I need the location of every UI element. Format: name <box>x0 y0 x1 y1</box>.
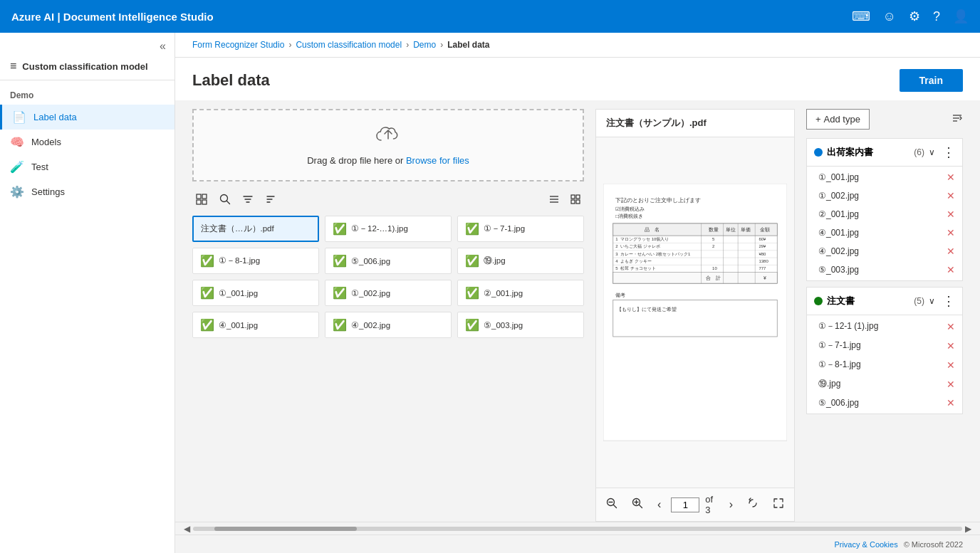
drag-drop-text: Drag & drop file here or <box>307 155 406 166</box>
category-header-shipping[interactable]: 出荷案内書 (6) ∨ ⋮ <box>807 139 962 167</box>
file-name: ④_002.jpg <box>351 320 390 330</box>
file-item[interactable]: ✅ ⑲.jpg <box>457 248 584 274</box>
user-icon[interactable]: 👤 <box>953 9 969 24</box>
category-file-item[interactable]: ⑤_006.jpg ✕ <box>807 394 962 412</box>
category-file-remove-icon[interactable]: ✕ <box>947 172 955 183</box>
svg-rect-1 <box>202 194 207 199</box>
file-panel: Drag & drop file here or Browse for file… <box>192 109 584 522</box>
scroll-left-arrow[interactable]: ◀ <box>181 524 193 534</box>
file-item[interactable]: ✅ ④_001.jpg <box>192 312 319 338</box>
file-item[interactable]: 注文書（…ル）.pdf <box>192 216 319 242</box>
category-file-item[interactable]: ①－8-1.jpg ✕ <box>807 355 962 374</box>
scroll-right-arrow[interactable]: ▶ <box>962 524 974 534</box>
category-header-order[interactable]: 注文書 (5) ∨ ⋮ <box>807 288 962 315</box>
topbar: Azure AI | Document Intelligence Studio … <box>0 0 980 33</box>
sidebar-item-settings[interactable]: ⚙️ Settings <box>0 179 174 204</box>
breadcrumb-item-1[interactable]: Form Recognizer Studio <box>192 40 284 50</box>
sidebar-divider <box>0 80 174 80</box>
file-item[interactable]: ✅ ②_001.jpg <box>457 280 584 306</box>
file-item[interactable]: ✅ ①－7-1.jpg <box>457 216 584 242</box>
select-all-button[interactable] <box>192 191 211 210</box>
emoji-icon[interactable]: ☺ <box>883 9 896 24</box>
sort-categories-icon[interactable] <box>952 112 963 126</box>
file-name: ①－7-1.jpg <box>484 223 525 234</box>
category-file-item[interactable]: ①－12-1 (1).jpg ✕ <box>807 317 962 336</box>
svg-text:マロングラッセ 10個入り: マロングラッセ 10個入り <box>620 237 669 241</box>
file-item[interactable]: ✅ ④_002.jpg <box>325 312 452 338</box>
train-button[interactable]: Train <box>900 69 963 92</box>
category-menu-shipping[interactable]: ⋮ <box>939 144 955 160</box>
file-item[interactable]: ✅ ①_002.jpg <box>325 280 452 306</box>
list-view-button[interactable] <box>546 192 563 209</box>
category-file-item[interactable]: ⑲.jpg ✕ <box>807 374 962 394</box>
page-next-button[interactable]: › <box>725 497 737 512</box>
sidebar-item-label-data[interactable]: 📄 Label data <box>0 105 174 130</box>
category-file-remove-icon[interactable]: ✕ <box>947 321 955 332</box>
category-menu-order[interactable]: ⋮ <box>939 293 955 309</box>
category-file-name: ①_001.jpg <box>818 172 859 182</box>
upload-area[interactable]: Drag & drop file here or Browse for file… <box>192 109 584 181</box>
rotate-button[interactable] <box>743 496 763 513</box>
category-file-remove-icon[interactable]: ✕ <box>947 246 955 257</box>
svg-rect-0 <box>197 194 201 199</box>
file-item[interactable]: ✅ ①－12-…1).jpg <box>325 216 452 242</box>
category-file-remove-icon[interactable]: ✕ <box>947 379 955 390</box>
file-item[interactable]: ✅ ⑤_006.jpg <box>325 248 452 274</box>
sidebar-model-label: Custom classification model <box>22 61 147 72</box>
breadcrumb-item-2[interactable]: Custom classification model <box>296 40 402 50</box>
zoom-out-button[interactable] <box>602 496 622 513</box>
svg-text:品　名: 品 名 <box>645 227 660 232</box>
file-item[interactable]: ✅ ⑤_003.jpg <box>457 312 584 338</box>
svg-text:いちご大福 ジャレポ: いちご大福 ジャレポ <box>620 245 660 249</box>
category-file-item[interactable]: ④_001.jpg ✕ <box>807 223 962 242</box>
svg-rect-16 <box>576 195 580 199</box>
category-file-remove-icon[interactable]: ✕ <box>947 264 955 275</box>
filter-button[interactable] <box>239 192 256 209</box>
privacy-link[interactable]: Privacy & Cookies <box>834 540 897 549</box>
category-file-remove-icon[interactable]: ✕ <box>947 397 955 409</box>
category-file-list-order: ①－12-1 (1).jpg ✕ ①－7-1.jpg ✕ ①－8-1.jpg ✕ <box>807 315 962 414</box>
footer: Privacy & Cookies © Microsoft 2022 <box>175 534 980 553</box>
category-file-item[interactable]: ②_001.jpg ✕ <box>807 205 962 223</box>
breadcrumb-item-3[interactable]: Demo <box>413 40 436 50</box>
svg-rect-23 <box>613 223 777 236</box>
category-chevron-order[interactable]: ∨ <box>929 296 935 306</box>
search-button[interactable] <box>217 192 234 209</box>
category-file-remove-icon[interactable]: ✕ <box>947 340 955 352</box>
sidebar-collapse-button[interactable]: « <box>160 40 166 53</box>
fit-page-button[interactable] <box>768 496 788 513</box>
sidebar-collapse-area: « <box>0 33 174 56</box>
zoom-in-button[interactable] <box>627 496 647 513</box>
grid-view-button[interactable] <box>567 192 584 209</box>
file-item[interactable]: ✅ ①_001.jpg <box>192 280 319 306</box>
sidebar-item-test[interactable]: 🧪 Test <box>0 154 174 179</box>
category-file-item[interactable]: ⑤_003.jpg ✕ <box>807 260 962 279</box>
category-file-remove-icon[interactable]: ✕ <box>947 209 955 220</box>
file-item[interactable]: ✅ ①－8-1.jpg <box>192 248 319 274</box>
help-icon[interactable]: ? <box>933 9 940 24</box>
page-number-input[interactable]: 1 <box>671 497 699 512</box>
keyboard-icon[interactable]: ⌨ <box>852 9 870 24</box>
category-chevron-shipping[interactable]: ∨ <box>929 147 935 157</box>
sidebar-item-models[interactable]: 🧠 Models <box>0 130 174 154</box>
category-file-remove-icon[interactable]: ✕ <box>947 227 955 238</box>
scroll-thumb[interactable] <box>214 527 357 531</box>
sidebar-section-label: Demo <box>0 83 174 105</box>
add-type-button[interactable]: + Add type <box>806 109 870 130</box>
page-header: Label data Train <box>175 58 980 100</box>
svg-rect-15 <box>571 195 575 199</box>
horizontal-scrollbar[interactable]: ◀ ▶ <box>175 522 980 534</box>
category-file-remove-icon[interactable]: ✕ <box>947 359 955 371</box>
category-file-item[interactable]: ④_002.jpg ✕ <box>807 242 962 260</box>
page-prev-button[interactable]: ‹ <box>653 497 665 512</box>
browse-link[interactable]: Browse for files <box>406 155 469 166</box>
settings-icon[interactable]: ⚙ <box>909 9 920 24</box>
file-name: 注文書（…ル）.pdf <box>201 223 274 234</box>
sort-button[interactable] <box>262 192 279 209</box>
category-file-remove-icon[interactable]: ✕ <box>947 190 955 201</box>
category-file-item[interactable]: ①_001.jpg ✕ <box>807 168 962 186</box>
svg-rect-62 <box>613 300 777 337</box>
category-file-item[interactable]: ①_002.jpg ✕ <box>807 186 962 205</box>
scroll-track[interactable] <box>193 527 962 531</box>
category-file-item[interactable]: ①－7-1.jpg ✕ <box>807 336 962 355</box>
